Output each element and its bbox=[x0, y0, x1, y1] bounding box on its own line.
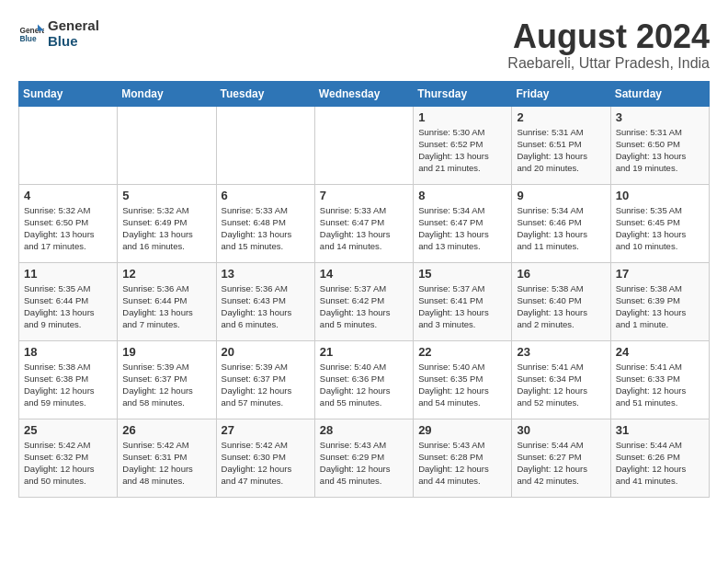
day-info: Sunrise: 5:33 AM Sunset: 6:47 PM Dayligh… bbox=[320, 204, 408, 253]
day-info: Sunrise: 5:35 AM Sunset: 6:45 PM Dayligh… bbox=[616, 204, 704, 253]
weekday-header: Thursday bbox=[414, 81, 512, 106]
day-info: Sunrise: 5:30 AM Sunset: 6:52 PM Dayligh… bbox=[418, 126, 506, 175]
weekday-header-row: SundayMondayTuesdayWednesdayThursdayFrid… bbox=[19, 81, 710, 106]
day-number: 26 bbox=[122, 423, 210, 437]
calendar-cell: 13Sunrise: 5:36 AM Sunset: 6:43 PM Dayli… bbox=[216, 262, 314, 340]
day-number: 8 bbox=[418, 189, 506, 202]
day-number: 22 bbox=[418, 345, 506, 359]
calendar-cell: 22Sunrise: 5:40 AM Sunset: 6:35 PM Dayli… bbox=[414, 340, 512, 419]
day-info: Sunrise: 5:38 AM Sunset: 6:40 PM Dayligh… bbox=[517, 282, 605, 331]
day-info: Sunrise: 5:32 AM Sunset: 6:49 PM Dayligh… bbox=[122, 204, 210, 253]
day-info: Sunrise: 5:42 AM Sunset: 6:31 PM Dayligh… bbox=[122, 439, 210, 488]
calendar-cell: 5Sunrise: 5:32 AM Sunset: 6:49 PM Daylig… bbox=[118, 184, 216, 262]
calendar-cell bbox=[19, 106, 118, 184]
calendar-week-row: 18Sunrise: 5:38 AM Sunset: 6:38 PM Dayli… bbox=[19, 340, 710, 419]
day-info: Sunrise: 5:39 AM Sunset: 6:37 PM Dayligh… bbox=[222, 361, 310, 409]
logo-general-text: General bbox=[48, 18, 99, 34]
weekday-header: Saturday bbox=[610, 81, 709, 106]
day-info: Sunrise: 5:40 AM Sunset: 6:36 PM Dayligh… bbox=[320, 361, 408, 409]
weekday-header: Monday bbox=[118, 81, 216, 106]
calendar-cell: 23Sunrise: 5:41 AM Sunset: 6:34 PM Dayli… bbox=[512, 340, 610, 419]
day-number: 24 bbox=[616, 345, 704, 359]
calendar-cell: 11Sunrise: 5:35 AM Sunset: 6:44 PM Dayli… bbox=[19, 262, 118, 340]
calendar-cell: 24Sunrise: 5:41 AM Sunset: 6:33 PM Dayli… bbox=[610, 340, 709, 419]
day-number: 31 bbox=[616, 423, 704, 437]
day-info: Sunrise: 5:37 AM Sunset: 6:42 PM Dayligh… bbox=[320, 282, 408, 331]
calendar-table: SundayMondayTuesdayWednesdayThursdayFrid… bbox=[18, 81, 710, 498]
day-number: 14 bbox=[320, 267, 408, 281]
day-info: Sunrise: 5:31 AM Sunset: 6:50 PM Dayligh… bbox=[616, 126, 704, 175]
day-info: Sunrise: 5:35 AM Sunset: 6:44 PM Dayligh… bbox=[24, 282, 112, 331]
day-info: Sunrise: 5:44 AM Sunset: 6:27 PM Dayligh… bbox=[517, 439, 605, 488]
day-number: 27 bbox=[222, 423, 310, 437]
day-number: 17 bbox=[616, 267, 704, 281]
location-subtitle: Raebareli, Uttar Pradesh, India bbox=[507, 55, 710, 72]
day-number: 18 bbox=[24, 345, 112, 359]
weekday-header: Tuesday bbox=[216, 81, 314, 106]
day-info: Sunrise: 5:41 AM Sunset: 6:33 PM Dayligh… bbox=[616, 361, 704, 409]
day-info: Sunrise: 5:41 AM Sunset: 6:34 PM Dayligh… bbox=[517, 361, 605, 409]
day-number: 20 bbox=[222, 345, 310, 359]
day-info: Sunrise: 5:32 AM Sunset: 6:50 PM Dayligh… bbox=[24, 204, 112, 253]
logo-icon: General Blue bbox=[18, 21, 44, 47]
calendar-cell: 29Sunrise: 5:43 AM Sunset: 6:28 PM Dayli… bbox=[414, 419, 512, 497]
page-header: General Blue General Blue August 2024 Ra… bbox=[18, 18, 710, 72]
calendar-cell bbox=[314, 106, 413, 184]
day-number: 25 bbox=[24, 423, 112, 437]
calendar-cell: 28Sunrise: 5:43 AM Sunset: 6:29 PM Dayli… bbox=[314, 419, 413, 497]
calendar-cell: 20Sunrise: 5:39 AM Sunset: 6:37 PM Dayli… bbox=[216, 340, 314, 419]
day-number: 11 bbox=[24, 267, 112, 281]
day-number: 28 bbox=[320, 423, 408, 437]
calendar-cell bbox=[216, 106, 314, 184]
svg-text:Blue: Blue bbox=[19, 34, 36, 43]
weekday-header: Friday bbox=[512, 81, 610, 106]
calendar-cell: 17Sunrise: 5:38 AM Sunset: 6:39 PM Dayli… bbox=[610, 262, 709, 340]
day-number: 10 bbox=[616, 189, 704, 202]
calendar-cell: 18Sunrise: 5:38 AM Sunset: 6:38 PM Dayli… bbox=[19, 340, 118, 419]
day-info: Sunrise: 5:42 AM Sunset: 6:30 PM Dayligh… bbox=[222, 439, 310, 488]
day-number: 30 bbox=[517, 423, 605, 437]
calendar-cell: 12Sunrise: 5:36 AM Sunset: 6:44 PM Dayli… bbox=[118, 262, 216, 340]
calendar-cell: 30Sunrise: 5:44 AM Sunset: 6:27 PM Dayli… bbox=[512, 419, 610, 497]
day-info: Sunrise: 5:33 AM Sunset: 6:48 PM Dayligh… bbox=[222, 204, 310, 253]
calendar-cell: 3Sunrise: 5:31 AM Sunset: 6:50 PM Daylig… bbox=[610, 106, 709, 184]
calendar-cell: 15Sunrise: 5:37 AM Sunset: 6:41 PM Dayli… bbox=[414, 262, 512, 340]
calendar-cell: 19Sunrise: 5:39 AM Sunset: 6:37 PM Dayli… bbox=[118, 340, 216, 419]
day-info: Sunrise: 5:31 AM Sunset: 6:51 PM Dayligh… bbox=[517, 126, 605, 175]
calendar-week-row: 1Sunrise: 5:30 AM Sunset: 6:52 PM Daylig… bbox=[19, 106, 710, 184]
weekday-header: Sunday bbox=[19, 81, 118, 106]
day-number: 21 bbox=[320, 345, 408, 359]
day-number: 23 bbox=[517, 345, 605, 359]
day-number: 16 bbox=[517, 267, 605, 281]
calendar-cell: 10Sunrise: 5:35 AM Sunset: 6:45 PM Dayli… bbox=[610, 184, 709, 262]
calendar-cell: 27Sunrise: 5:42 AM Sunset: 6:30 PM Dayli… bbox=[216, 419, 314, 497]
day-info: Sunrise: 5:43 AM Sunset: 6:29 PM Dayligh… bbox=[320, 439, 408, 488]
day-number: 7 bbox=[320, 189, 408, 202]
day-info: Sunrise: 5:34 AM Sunset: 6:47 PM Dayligh… bbox=[418, 204, 506, 253]
calendar-cell: 21Sunrise: 5:40 AM Sunset: 6:36 PM Dayli… bbox=[314, 340, 413, 419]
day-number: 19 bbox=[122, 345, 210, 359]
day-number: 3 bbox=[616, 110, 704, 124]
day-number: 15 bbox=[418, 267, 506, 281]
calendar-cell: 25Sunrise: 5:42 AM Sunset: 6:32 PM Dayli… bbox=[19, 419, 118, 497]
title-area: August 2024 Raebareli, Uttar Pradesh, In… bbox=[507, 18, 710, 72]
calendar-cell: 1Sunrise: 5:30 AM Sunset: 6:52 PM Daylig… bbox=[414, 106, 512, 184]
calendar-cell: 2Sunrise: 5:31 AM Sunset: 6:51 PM Daylig… bbox=[512, 106, 610, 184]
day-number: 29 bbox=[418, 423, 506, 437]
day-info: Sunrise: 5:39 AM Sunset: 6:37 PM Dayligh… bbox=[122, 361, 210, 409]
calendar-cell: 6Sunrise: 5:33 AM Sunset: 6:48 PM Daylig… bbox=[216, 184, 314, 262]
calendar-cell: 7Sunrise: 5:33 AM Sunset: 6:47 PM Daylig… bbox=[314, 184, 413, 262]
day-info: Sunrise: 5:42 AM Sunset: 6:32 PM Dayligh… bbox=[24, 439, 112, 488]
day-info: Sunrise: 5:38 AM Sunset: 6:39 PM Dayligh… bbox=[616, 282, 704, 331]
calendar-cell: 8Sunrise: 5:34 AM Sunset: 6:47 PM Daylig… bbox=[414, 184, 512, 262]
day-info: Sunrise: 5:43 AM Sunset: 6:28 PM Dayligh… bbox=[418, 439, 506, 488]
logo: General Blue General Blue bbox=[18, 18, 99, 49]
month-year-title: August 2024 bbox=[507, 18, 710, 55]
day-info: Sunrise: 5:44 AM Sunset: 6:26 PM Dayligh… bbox=[616, 439, 704, 488]
calendar-cell: 16Sunrise: 5:38 AM Sunset: 6:40 PM Dayli… bbox=[512, 262, 610, 340]
day-number: 6 bbox=[222, 189, 310, 202]
logo-blue-text: Blue bbox=[48, 34, 99, 50]
day-info: Sunrise: 5:36 AM Sunset: 6:43 PM Dayligh… bbox=[222, 282, 310, 331]
day-info: Sunrise: 5:36 AM Sunset: 6:44 PM Dayligh… bbox=[122, 282, 210, 331]
day-info: Sunrise: 5:38 AM Sunset: 6:38 PM Dayligh… bbox=[24, 361, 112, 409]
